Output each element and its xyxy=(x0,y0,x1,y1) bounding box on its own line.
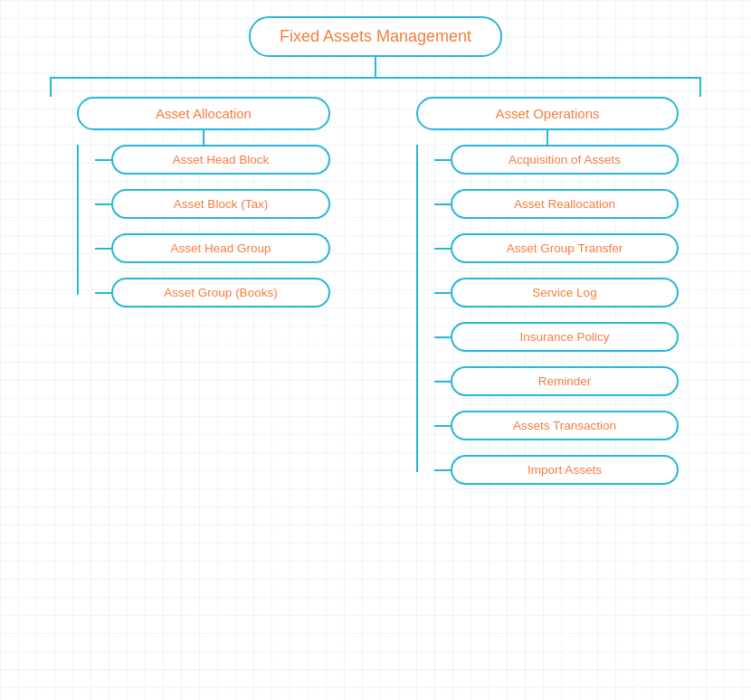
list-item: Asset Group (Books) xyxy=(95,278,330,307)
h-connector xyxy=(434,425,451,427)
spacer xyxy=(434,403,679,411)
right-child-3[interactable]: Asset Group Transfer xyxy=(451,233,679,263)
list-item: Insurance Policy xyxy=(434,322,679,352)
left-child-3[interactable]: Asset Head Group xyxy=(111,233,330,263)
right-branch: Asset Operations Acquisition of Assets A… xyxy=(394,97,701,485)
h-connector xyxy=(434,248,451,250)
right-branch-header: Asset Operations xyxy=(416,97,679,130)
root-down-connector xyxy=(375,57,376,77)
h-connector xyxy=(95,203,111,205)
spacer xyxy=(434,315,679,322)
main-row: Asset Allocation Asset Head Block Asset … xyxy=(50,97,701,485)
root-node: Fixed Assets Management xyxy=(249,16,502,57)
root-box: Fixed Assets Management xyxy=(18,16,733,57)
left-vert-bar xyxy=(77,145,79,295)
left-child-1[interactable]: Asset Head Block xyxy=(111,145,330,175)
h-connector xyxy=(434,159,451,161)
spacer xyxy=(434,270,679,278)
left-drop xyxy=(50,79,52,97)
list-item: Import Assets xyxy=(434,455,679,485)
spacer xyxy=(434,448,679,455)
right-vert-bar xyxy=(416,145,418,472)
page: Fixed Assets Management Asset Allocation… xyxy=(0,0,751,501)
right-child-5[interactable]: Insurance Policy xyxy=(451,322,679,352)
list-item: Service Log xyxy=(434,278,679,307)
spacer xyxy=(434,226,679,233)
h-connector xyxy=(95,248,111,250)
list-item: Asset Reallocation xyxy=(434,189,679,219)
spacer xyxy=(434,182,679,189)
list-item: Assets Transaction xyxy=(434,411,679,440)
list-item: Asset Group Transfer xyxy=(434,233,679,263)
h-line xyxy=(50,77,701,79)
h-connector xyxy=(434,203,451,205)
branch-drops xyxy=(50,79,701,97)
left-child-4[interactable]: Asset Group (Books) xyxy=(111,278,330,307)
h-connector xyxy=(434,381,451,383)
left-child-2[interactable]: Asset Block (Tax) xyxy=(111,189,330,219)
right-child-1[interactable]: Acquisition of Assets xyxy=(451,145,679,175)
list-item: Acquisition of Assets xyxy=(434,145,679,175)
right-child-8[interactable]: Import Assets xyxy=(451,455,679,485)
h-connector xyxy=(434,292,451,294)
h-connector xyxy=(434,336,451,338)
left-header-down xyxy=(203,130,204,145)
spacer xyxy=(95,270,330,278)
spacer xyxy=(95,226,330,233)
h-connector xyxy=(95,292,111,294)
h-connector xyxy=(434,469,451,471)
right-header-down xyxy=(547,130,548,145)
right-children-container: Acquisition of Assets Asset Reallocation… xyxy=(416,145,679,485)
list-item: Reminder xyxy=(434,366,679,396)
list-item: Asset Head Block xyxy=(95,145,330,175)
spacer xyxy=(434,359,679,366)
h-branch-connector xyxy=(50,77,701,79)
right-drop xyxy=(699,79,701,97)
spacer xyxy=(95,182,330,189)
list-item: Asset Head Group xyxy=(95,233,330,263)
list-item: Asset Block (Tax) xyxy=(95,189,330,219)
right-child-6[interactable]: Reminder xyxy=(451,366,679,396)
right-child-4[interactable]: Service Log xyxy=(451,278,679,307)
left-branch-header: Asset Allocation xyxy=(77,97,330,130)
h-connector xyxy=(95,159,111,161)
left-branch: Asset Allocation Asset Head Block Asset … xyxy=(50,97,357,307)
right-child-7[interactable]: Assets Transaction xyxy=(451,411,679,440)
right-child-2[interactable]: Asset Reallocation xyxy=(451,189,679,219)
left-children-container: Asset Head Block Asset Block (Tax) Asset… xyxy=(77,145,330,307)
